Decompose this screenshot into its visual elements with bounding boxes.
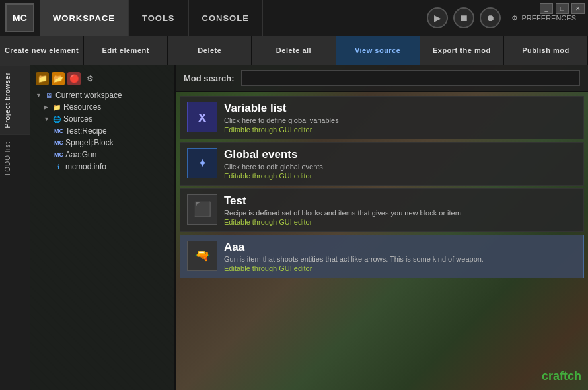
tree-mcmod-info-item[interactable]: ℹ mcmod.info	[30, 161, 174, 173]
sources-label: Sources	[63, 114, 92, 124]
aaa-card-edit: Editable through GUI editor	[224, 264, 577, 272]
tab-console[interactable]: CONSOLE	[189, 0, 263, 36]
variable-list-info: Variable list Click here to define globa…	[224, 102, 577, 134]
aaa-card-title: Aaa	[224, 241, 577, 254]
test-card-edit: Editable through GUI editor	[224, 218, 577, 226]
publish-mod-button[interactable]: Publish mod	[504, 36, 588, 65]
tree-open-folder-icon[interactable]: 📂	[52, 72, 65, 85]
search-bar: Mod search:	[176, 65, 588, 92]
global-events-desc: Click here to edit global events	[224, 163, 577, 171]
variable-list-icon: x	[187, 102, 217, 132]
tree-root-item[interactable]: ▼ 🖥 Current workspace	[30, 89, 174, 101]
tree-toolbar: 📁 📂 🔴 ⚙	[30, 68, 174, 89]
spngelj-icon: MC	[54, 138, 63, 147]
variable-list-card[interactable]: x Variable list Click here to define glo…	[180, 96, 584, 139]
resources-folder-icon: 📁	[52, 102, 61, 112]
global-events-card[interactable]: ✦ Global events Click here to edit globa…	[180, 142, 584, 186]
test-card-info: Test Recipe is defined set of blocks and…	[224, 194, 577, 226]
delete-button[interactable]: Delete	[168, 36, 252, 65]
test-card-icon: ⬛	[187, 194, 217, 225]
test-recipe-label: Test:Recipe	[65, 126, 107, 136]
sources-icon: 🌐	[52, 114, 61, 124]
tree-settings-icon[interactable]: ⚙	[83, 72, 96, 85]
test-card-title: Test	[224, 194, 577, 208]
create-new-element-button[interactable]: Create new element	[0, 36, 84, 65]
project-tree: 📁 📂 🔴 ⚙ ▼ 🖥 Current workspace ▶ 📁 Resour…	[30, 65, 176, 390]
aaa-card[interactable]: 🔫 Aaa Gun is item that shoots entities t…	[180, 235, 584, 278]
test-recipe-icon: MC	[54, 126, 63, 136]
content-area: Mod search: x Variable list Click here t…	[176, 65, 588, 390]
cards-container: x Variable list Click here to define glo…	[176, 92, 588, 282]
search-input[interactable]	[241, 70, 580, 86]
expand-arrow-resources: ▶	[44, 104, 50, 110]
resources-label: Resources	[63, 102, 101, 112]
aaa-gun-icon: MC	[54, 150, 63, 159]
toolbar: Create new element Edit element Delete D…	[0, 36, 588, 65]
tree-delete-icon[interactable]: 🔴	[67, 72, 81, 85]
global-events-title: Global events	[224, 148, 577, 161]
search-label: Mod search:	[184, 73, 235, 83]
view-source-button[interactable]: View source	[336, 36, 420, 65]
test-card[interactable]: ⬛ Test Recipe is defined set of blocks a…	[180, 188, 584, 232]
variable-list-title: Variable list	[224, 102, 577, 115]
preferences-icon: ⚙	[511, 14, 518, 22]
maximize-button[interactable]: □	[556, 3, 569, 14]
tree-sources-item[interactable]: ▼ 🌐 Sources	[30, 113, 174, 125]
spngelj-label: Spngelj:Block	[65, 138, 114, 147]
sidebar-tab-todo[interactable]: TODO list	[0, 134, 30, 183]
play-button[interactable]: ▶	[427, 7, 448, 28]
variable-list-edit: Editable through GUI editor	[224, 126, 577, 134]
export-mod-button[interactable]: Export the mod	[420, 36, 504, 65]
tree-test-recipe-item[interactable]: MC Test:Recipe	[30, 125, 174, 137]
window-controls: _ □ ✕	[540, 3, 585, 14]
delete-all-button[interactable]: Delete all	[252, 36, 336, 65]
tree-aaa-gun-item[interactable]: MC Aaa:Gun	[30, 149, 174, 161]
sidebar: Project browser TODO list	[0, 65, 30, 390]
close-button[interactable]: ✕	[571, 3, 585, 14]
record-button[interactable]: ⏺	[480, 7, 501, 28]
title-bar: MC WORKSPACE TOOLS CONSOLE ▶ ⏹ ⏺ ⚙ PREFE…	[0, 0, 588, 36]
minimize-button[interactable]: _	[540, 3, 553, 14]
tree-content: 📁 📂 🔴 ⚙ ▼ 🖥 Current workspace ▶ 📁 Resour…	[30, 65, 174, 176]
craftch-watermark: craftch	[542, 370, 581, 383]
global-events-icon: ✦	[187, 148, 217, 178]
tab-workspace[interactable]: WORKSPACE	[40, 0, 129, 36]
expand-arrow: ▼	[36, 92, 42, 98]
aaa-card-desc: Gun is item that shoots entities that ac…	[224, 255, 577, 263]
tab-tools[interactable]: TOOLS	[129, 0, 189, 36]
expand-arrow-sources: ▼	[44, 116, 50, 122]
edit-element-button[interactable]: Edit element	[84, 36, 168, 65]
mcmod-info-icon: ℹ	[54, 162, 63, 171]
sidebar-tab-project-browser[interactable]: Project browser	[0, 65, 30, 134]
mcmod-info-label: mcmod.info	[65, 162, 106, 171]
aaa-card-info: Aaa Gun is item that shoots entities tha…	[224, 241, 577, 272]
app-logo: MC	[5, 3, 34, 32]
main-area: Project browser TODO list 📁 📂 🔴 ⚙ ▼ 🖥 Cu…	[0, 65, 588, 390]
stop-button[interactable]: ⏹	[453, 7, 474, 28]
global-events-edit: Editable through GUI editor	[224, 172, 577, 180]
aaa-card-icon: 🔫	[187, 241, 217, 271]
tree-spngelj-block-item[interactable]: MC Spngelj:Block	[30, 137, 174, 149]
aaa-gun-label: Aaa:Gun	[65, 150, 96, 159]
tree-resources-item[interactable]: ▶ 📁 Resources	[30, 101, 174, 113]
tree-folder-icon[interactable]: 📁	[36, 72, 49, 85]
test-card-desc: Recipe is defined set of blocks and item…	[224, 209, 577, 217]
current-workspace-label: Current workspace	[55, 91, 122, 100]
preferences-label: PREFERENCES	[521, 14, 576, 22]
global-events-info: Global events Click here to edit global …	[224, 148, 577, 180]
variable-list-desc: Click here to define global variables	[224, 116, 577, 124]
workspace-icon: 🖥	[44, 91, 54, 100]
